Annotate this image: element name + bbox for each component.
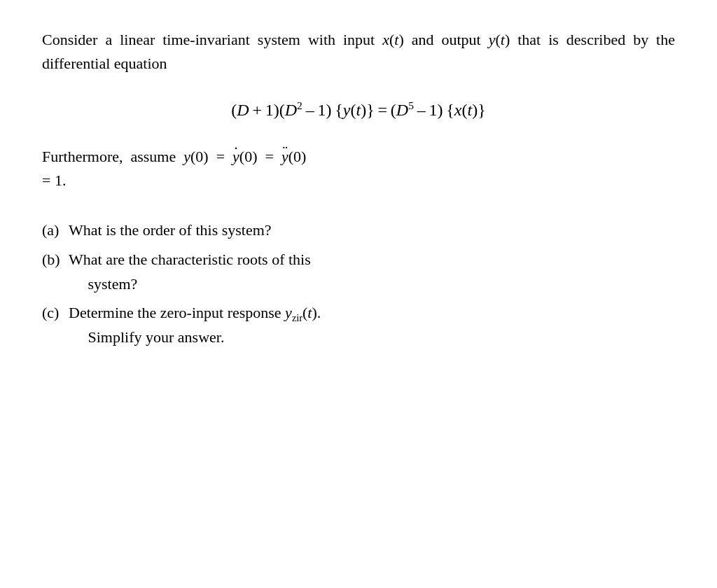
- furthermore-paragraph: Furthermore, assume y(0) = y(0) = y(0) =…: [42, 145, 675, 192]
- question-a-label: (a): [42, 218, 69, 242]
- main-equation: (D + 1)(D2 – 1) {y(t)} = (D5 – 1) {x(t)}: [42, 101, 675, 120]
- intro-paragraph: Consider a linear time-invariant system …: [42, 28, 675, 76]
- question-b: (b) What are the characteristic roots of…: [42, 247, 675, 296]
- question-c: (c) Determine the zero-input response yz…: [42, 300, 675, 349]
- question-c-label: (c): [42, 300, 69, 325]
- page-content: Consider a linear time-invariant system …: [42, 28, 675, 354]
- question-a: (a) What is the order of this system?: [42, 218, 675, 242]
- question-a-text: What is the order of this system?: [69, 218, 675, 242]
- questions-list: (a) What is the order of this system? (b…: [42, 218, 675, 349]
- question-c-text: Determine the zero-input response yzir(t…: [69, 300, 675, 349]
- question-b-text: What are the characteristic roots of thi…: [69, 247, 675, 296]
- question-b-label: (b): [42, 247, 69, 272]
